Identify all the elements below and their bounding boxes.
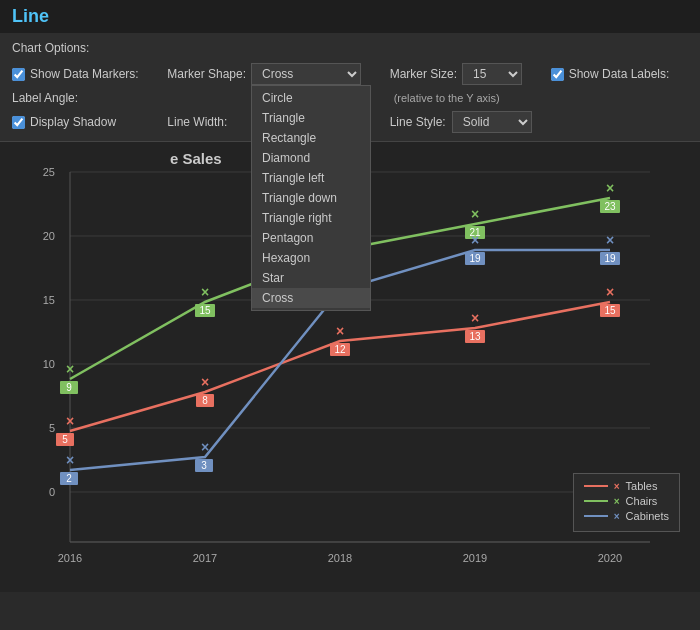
chairs-line-icon bbox=[584, 500, 608, 502]
options-bar: Chart Options: Show Data Markers: Marker… bbox=[0, 33, 700, 142]
page-title: Line bbox=[12, 6, 49, 26]
svg-text:15: 15 bbox=[43, 294, 55, 306]
show-labels-checkbox[interactable]: Show Data Labels: bbox=[551, 67, 688, 81]
label-angle-label: Label Angle: bbox=[12, 91, 78, 105]
line-style-label: Line Style: bbox=[390, 115, 446, 129]
marker-shape-wrapper: Circle Triangle Rectangle Diamond Triang… bbox=[251, 63, 361, 85]
dropdown-item-triangle-left[interactable]: Triangle left bbox=[252, 168, 370, 188]
tables-marker-icon: × bbox=[614, 481, 620, 492]
svg-text:3: 3 bbox=[201, 460, 207, 471]
cabinets-marker-icon: × bbox=[614, 511, 620, 522]
svg-text:×: × bbox=[606, 284, 614, 300]
svg-text:2: 2 bbox=[66, 473, 72, 484]
svg-text:15: 15 bbox=[604, 305, 616, 316]
svg-text:2020: 2020 bbox=[598, 552, 622, 564]
svg-text:12: 12 bbox=[334, 344, 346, 355]
svg-text:9: 9 bbox=[66, 382, 72, 393]
svg-text:0: 0 bbox=[49, 486, 55, 498]
dropdown-item-triangle-right[interactable]: Triangle right bbox=[252, 208, 370, 228]
svg-text:20: 20 bbox=[43, 230, 55, 242]
dropdown-item-triangle-down[interactable]: Triangle down bbox=[252, 188, 370, 208]
marker-shape-dropdown: Circle Triangle Rectangle Diamond Triang… bbox=[251, 85, 371, 311]
marker-shape-label: Marker Shape: bbox=[167, 67, 246, 81]
svg-text:×: × bbox=[66, 452, 74, 468]
title-bar: Line bbox=[0, 0, 700, 33]
svg-text:×: × bbox=[201, 284, 209, 300]
show-markers-label: Show Data Markers: bbox=[30, 67, 139, 81]
svg-text:25: 25 bbox=[43, 166, 55, 178]
chart-options-label: Chart Options: bbox=[12, 41, 688, 55]
svg-text:2016: 2016 bbox=[58, 552, 82, 564]
display-shadow-checkbox[interactable]: Display Shadow bbox=[12, 115, 157, 129]
svg-text:×: × bbox=[66, 361, 74, 377]
svg-text:×: × bbox=[471, 206, 479, 222]
dropdown-item-star[interactable]: Star bbox=[252, 268, 370, 288]
chairs-marker-icon: × bbox=[614, 496, 620, 507]
svg-text:×: × bbox=[201, 439, 209, 455]
chairs-label: Chairs bbox=[626, 495, 658, 507]
marker-shape-select[interactable]: Circle Triangle Rectangle Diamond Triang… bbox=[251, 63, 361, 85]
relative-label: (relative to the Y axis) bbox=[394, 92, 500, 104]
legend-item-chairs: × Chairs bbox=[584, 495, 669, 507]
svg-text:2017: 2017 bbox=[193, 552, 217, 564]
dropdown-item-cross[interactable]: Cross bbox=[252, 288, 370, 308]
show-markers-checkbox[interactable]: Show Data Markers: bbox=[12, 67, 157, 81]
legend-item-cabinets: × Cabinets bbox=[584, 510, 669, 522]
svg-text:19: 19 bbox=[469, 253, 481, 264]
svg-text:×: × bbox=[66, 413, 74, 429]
svg-text:e Sales: e Sales bbox=[170, 150, 222, 167]
tables-line-icon bbox=[584, 485, 608, 487]
cabinets-label: Cabinets bbox=[626, 510, 669, 522]
svg-text:15: 15 bbox=[199, 305, 211, 316]
svg-text:2018: 2018 bbox=[328, 552, 352, 564]
line-style-select[interactable]: SolidDashedDotted bbox=[452, 111, 532, 133]
dropdown-item-rectangle[interactable]: Rectangle bbox=[252, 128, 370, 148]
svg-text:23: 23 bbox=[604, 201, 616, 212]
svg-text:×: × bbox=[201, 374, 209, 390]
svg-text:10: 10 bbox=[43, 358, 55, 370]
svg-text:5: 5 bbox=[62, 434, 68, 445]
dropdown-item-pentagon[interactable]: Pentagon bbox=[252, 228, 370, 248]
display-shadow-label: Display Shadow bbox=[30, 115, 116, 129]
svg-text:13: 13 bbox=[469, 331, 481, 342]
svg-text:2019: 2019 bbox=[463, 552, 487, 564]
chart-legend: × Tables × Chairs × Cabinets bbox=[573, 473, 680, 532]
svg-text:5: 5 bbox=[49, 422, 55, 434]
show-labels-label: Show Data Labels: bbox=[569, 67, 670, 81]
cabinets-line-icon bbox=[584, 515, 608, 517]
dropdown-item-diamond[interactable]: Diamond bbox=[252, 148, 370, 168]
svg-text:×: × bbox=[471, 310, 479, 326]
svg-text:19: 19 bbox=[604, 253, 616, 264]
marker-size-label: Marker Size: bbox=[390, 67, 457, 81]
svg-text:×: × bbox=[336, 323, 344, 339]
svg-text:×: × bbox=[606, 180, 614, 196]
svg-text:8: 8 bbox=[202, 395, 208, 406]
dropdown-item-hexagon[interactable]: Hexagon bbox=[252, 248, 370, 268]
legend-item-tables: × Tables bbox=[584, 480, 669, 492]
dropdown-item-circle[interactable]: Circle bbox=[252, 88, 370, 108]
line-width-label: Line Width: bbox=[167, 115, 227, 129]
svg-text:×: × bbox=[471, 232, 479, 248]
dropdown-item-triangle[interactable]: Triangle bbox=[252, 108, 370, 128]
svg-text:×: × bbox=[606, 232, 614, 248]
marker-size-select[interactable]: 5101520 bbox=[462, 63, 522, 85]
tables-label: Tables bbox=[626, 480, 658, 492]
